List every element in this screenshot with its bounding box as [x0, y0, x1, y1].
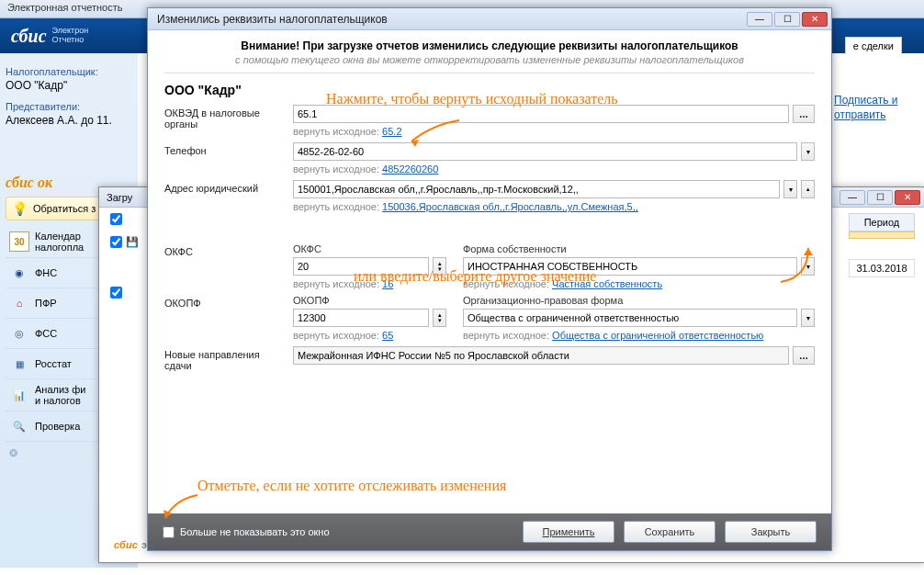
legalform-revert-link[interactable]: Общества с ограниченной ответственностью	[552, 330, 763, 341]
okopf-input[interactable]	[293, 309, 429, 327]
ownform-revert-link[interactable]: Частная собственность	[552, 278, 662, 289]
tab-deals[interactable]: е сделки	[845, 37, 902, 54]
sec-checkbox-1[interactable]	[110, 213, 122, 225]
legalform-revert: вернуть исходное: Общества с ограниченно…	[463, 330, 815, 341]
logo-subtitle: Электрон Отчетно	[52, 27, 89, 45]
close-button[interactable]: Закрыть	[725, 521, 817, 543]
row-okved: ОКВЭД в налоговые органы … вернуть исход…	[164, 105, 815, 137]
legalform-dropdown-button[interactable]: ▾	[801, 309, 815, 327]
okopf-revert: вернуть исходное: 65	[293, 330, 446, 341]
sec-checkbox-2[interactable]	[110, 236, 122, 248]
secondary-window-buttons: — ☐ ✕	[839, 190, 920, 205]
dont-show-checkbox[interactable]	[163, 526, 175, 538]
dialog-minimize-button[interactable]: —	[747, 12, 772, 27]
divider	[164, 73, 815, 73]
okved-revert-link[interactable]: 65.2	[382, 126, 401, 137]
close-button[interactable]: ✕	[895, 190, 920, 205]
taxpayer-label: Налогоплательщик:	[6, 66, 132, 77]
okopf-sublabel: ОКОПФ	[293, 295, 446, 306]
dont-show-label: Больше не показывать это окно	[180, 526, 330, 537]
ownform-revert: вернуть исходное: Частная собственность	[463, 278, 815, 289]
secondary-checklist: 💾	[110, 213, 139, 299]
dialog-title: Изменились реквизиты налогоплательщиков	[157, 13, 388, 26]
row-okopf: ОКОПФ ОКОПФ ▴▾ вернуть исходное: 65 Орга…	[164, 295, 815, 341]
okfs-input[interactable]	[293, 257, 429, 276]
secondary-title: Загру	[107, 192, 132, 203]
okfs-spin-button[interactable]: ▴▾	[433, 257, 446, 276]
send-label: Новые направления сдачи	[164, 346, 284, 371]
pfr-icon: ⌂	[9, 293, 29, 313]
okved-browse-button[interactable]: …	[793, 105, 815, 123]
phone-revert: вернуть исходное: 4852260260	[293, 163, 815, 175]
okopf-section-label: ОКОПФ	[164, 295, 284, 309]
phone-input[interactable]	[293, 142, 797, 161]
save-button[interactable]: Сохранить	[624, 521, 716, 543]
send-browse-button[interactable]: …	[793, 346, 815, 365]
sidebar-item-label: Росстат	[35, 358, 72, 369]
sec-checkbox-3[interactable]	[110, 287, 122, 299]
row-okfs: ОКФС ОКФС ▴▾ вернуть исходное: 16 Форма …	[164, 243, 815, 289]
dialog-maximize-button[interactable]: ☐	[774, 12, 800, 27]
org-name: ООО "Кадр"	[164, 83, 815, 97]
chart-icon: 📊	[9, 385, 29, 405]
period-column-selected	[849, 231, 915, 239]
okved-input[interactable]	[293, 105, 789, 123]
dialog-close-button[interactable]: ✕	[802, 12, 828, 27]
maximize-button[interactable]: ☐	[867, 190, 893, 205]
legalform-sublabel: Организационно-правовая форма	[463, 295, 815, 306]
okopf-revert-link[interactable]: 65	[382, 330, 393, 341]
right-panel: Подписать и отправить	[834, 55, 915, 122]
phone-label: Телефон	[164, 142, 284, 156]
dialog-footer: Больше не показывать это окно Применить …	[148, 513, 831, 550]
okfs-section-label: ОКФС	[164, 243, 284, 257]
lightbulb-icon: 💡	[12, 201, 28, 216]
disk-icon: 💾	[126, 236, 139, 248]
minimize-button[interactable]: —	[839, 190, 865, 205]
phone-dropdown-button[interactable]: ▾	[801, 142, 815, 161]
dialog-subwarning: с помощью текущего окна вы можете откорр…	[164, 54, 815, 65]
sidebar-item-label: ФНС	[35, 267, 57, 278]
address-revert: вернуть исходное: 150036,Ярославская обл…	[293, 201, 815, 212]
apply-button[interactable]: Применить	[523, 521, 614, 543]
dialog-warning: Внимание! При загрузке отчетов изменилис…	[164, 39, 815, 52]
main-title: Электронная отчетность	[7, 2, 122, 13]
address-spin-button[interactable]: ▴	[801, 180, 815, 198]
okfs-revert-link[interactable]: 16	[382, 278, 393, 289]
sidebar-item-label: ФСС	[35, 328, 57, 339]
dialog-body: Внимание! При загрузке отчетов изменилис…	[148, 30, 831, 515]
address-label: Адрес юридический	[164, 180, 284, 194]
contact-support-label: Обратиться з	[33, 203, 96, 214]
period-column-header: Период	[849, 213, 915, 231]
address-input[interactable]	[293, 180, 780, 198]
address-revert-link[interactable]: 150036,Ярославская обл,,г.Ярославль,,ул.…	[382, 201, 638, 212]
emblem-icon: ❂	[9, 447, 17, 458]
ownform-sublabel: Форма собственности	[463, 243, 815, 254]
address-dropdown-button[interactable]: ▾	[783, 180, 797, 198]
send-input[interactable]	[293, 346, 789, 365]
dialog-titlebar: Изменились реквизиты налогоплательщиков …	[148, 8, 831, 30]
period-date-cell: 31.03.2018	[849, 259, 915, 277]
fss-icon: ◎	[9, 323, 29, 344]
taxpayer-value: ООО "Кадр"	[6, 79, 132, 92]
row-phone: Телефон ▾ вернуть исходное: 4852260260	[164, 142, 815, 175]
logo: сбис	[11, 26, 47, 47]
sign-and-send-link[interactable]: Подписать и отправить	[834, 94, 915, 122]
legalform-input[interactable]	[463, 309, 797, 327]
row-address: Адрес юридический ▾ ▴ вернуть исходное: …	[164, 180, 815, 212]
ownform-input[interactable]	[463, 257, 797, 276]
requisites-changed-dialog: Изменились реквизиты налогоплательщиков …	[147, 7, 832, 551]
sidebar-item-label: Анализ фи и налогов	[35, 384, 85, 406]
okved-label: ОКВЭД в налоговые органы	[164, 105, 284, 130]
reps-label: Представители:	[6, 101, 132, 112]
fns-icon: ◉	[9, 263, 29, 283]
okfs-revert: вернуть исходное: 16	[293, 278, 446, 289]
okopf-spin-button[interactable]: ▴▾	[433, 309, 446, 327]
phone-revert-link[interactable]: 4852260260	[382, 163, 438, 175]
sidebar-item-label: ПФР	[35, 298, 57, 309]
row-send-directions: Новые направления сдачи …	[164, 346, 815, 371]
ownform-dropdown-button[interactable]: ▾	[801, 257, 815, 276]
okved-revert: вернуть исходное: 65.2	[293, 126, 815, 137]
okfs-sublabel: ОКФС	[293, 243, 446, 254]
magnifier-icon: 🔍	[9, 416, 29, 436]
reps-value: Алексеев А.А. до 11.	[6, 114, 132, 127]
